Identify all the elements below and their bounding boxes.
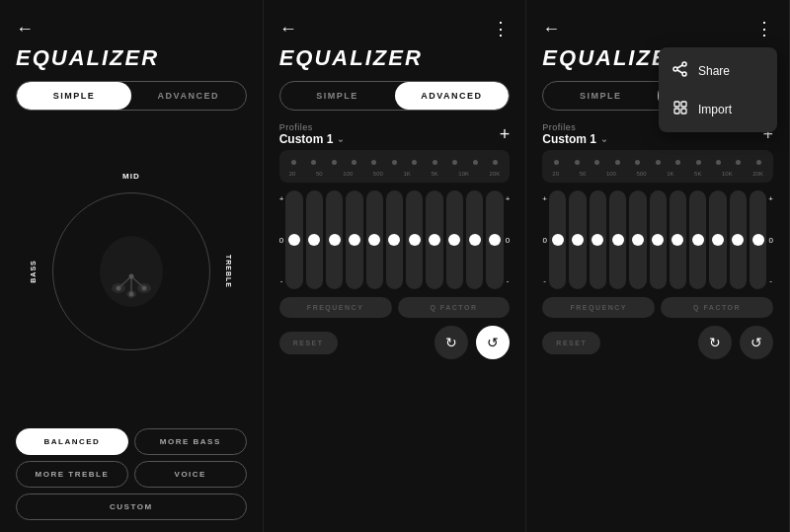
preset-balanced[interactable]: BALANCED — [16, 428, 128, 455]
svg-point-10 — [128, 274, 133, 279]
frequency-btn-dropdown[interactable]: FREQUENCY — [542, 297, 655, 318]
freq-d20: 20 — [552, 171, 559, 177]
svg-rect-17 — [681, 102, 686, 107]
more-icon-dropdown[interactable]: ⋮ — [755, 18, 773, 39]
panel-advanced-dropdown: ← ⋮ EQUALIZER SIMPLE ADVANCED Share — [526, 0, 790, 532]
eq-dot-7 — [412, 160, 417, 165]
preset-more-treble[interactable]: MORE TREBLE — [16, 461, 128, 488]
back-arrow-advanced[interactable]: ← — [279, 19, 297, 39]
preset-voice[interactable]: VOICE — [134, 461, 247, 488]
tab-advanced-advanced[interactable]: ADVANCED — [395, 82, 510, 110]
profile-name-dropdown[interactable]: Custom 1 ⌄ — [542, 132, 608, 146]
slider-d3[interactable] — [590, 190, 606, 289]
slider-d11[interactable] — [750, 190, 766, 289]
freq-20k: 20K — [490, 171, 501, 177]
slider-d1[interactable] — [549, 190, 566, 289]
undo-btn-dropdown[interactable]: ↻ — [698, 326, 732, 359]
freq-q-row-dropdown: FREQUENCY Q FACTOR — [542, 297, 773, 318]
slider-d5[interactable] — [629, 190, 646, 289]
slider-5[interactable] — [366, 190, 383, 289]
slider-3[interactable] — [326, 190, 343, 289]
q-factor-btn-dropdown[interactable]: Q FACTOR — [661, 297, 773, 318]
profiles-row-advanced: Profiles Custom 1 ⌄ + — [279, 122, 511, 146]
freq-d20k: 20K — [752, 171, 763, 177]
freq-d5k: 5K — [694, 171, 701, 177]
slider-d7[interactable] — [670, 190, 686, 289]
dropdown-share[interactable]: Share — [659, 51, 777, 90]
slider-9[interactable] — [446, 190, 463, 289]
profile-name-advanced[interactable]: Custom 1 ⌄ — [279, 132, 346, 146]
tab-simple-advanced[interactable]: SIMPLE — [280, 82, 395, 110]
redo-btn-dropdown[interactable]: ↺ — [740, 326, 773, 359]
slider-d4[interactable] — [609, 190, 626, 289]
slider-d8[interactable] — [689, 190, 706, 289]
panel-advanced: ← ⋮ EQUALIZER SIMPLE ADVANCED Profiles C… — [264, 0, 527, 532]
eq-circle[interactable]: MID BASS TREBLE — [52, 192, 210, 350]
eq-dot-d1 — [554, 160, 559, 165]
preset-more-bass[interactable]: MORE BASS — [134, 428, 247, 455]
svg-point-7 — [116, 286, 120, 291]
eq-dot-d4 — [615, 160, 620, 165]
freq-d500: 500 — [637, 171, 647, 177]
freq-5k: 5K — [431, 171, 437, 177]
share-icon — [672, 61, 688, 80]
freq-50: 50 — [316, 171, 323, 177]
back-arrow-simple[interactable]: ← — [16, 19, 34, 39]
top-bar-advanced: ← ⋮ — [279, 18, 511, 39]
more-icon-advanced[interactable]: ⋮ — [492, 18, 510, 39]
add-profile-advanced[interactable]: + — [500, 124, 511, 145]
slider-2[interactable] — [306, 190, 323, 289]
redo-btn-advanced[interactable]: ↺ — [476, 326, 510, 359]
slider-d10[interactable] — [730, 190, 747, 289]
freq-d100: 100 — [606, 171, 616, 177]
svg-point-12 — [682, 72, 686, 76]
eq-dot-4 — [352, 160, 356, 165]
eq-bars-area-advanced: 20 50 100 500 1K 5K 10K 20K — [279, 150, 511, 183]
eq-dots-row-dropdown — [550, 160, 765, 165]
slider-1[interactable] — [285, 190, 302, 289]
slider-d6[interactable] — [650, 190, 667, 289]
slider-4[interactable] — [346, 190, 362, 289]
back-arrow-dropdown[interactable]: ← — [542, 19, 560, 39]
frequency-btn-advanced[interactable]: FREQUENCY — [279, 297, 392, 318]
bottom-row-advanced: RESET ↻ ↺ — [279, 326, 511, 359]
eq-dot-5 — [371, 160, 376, 165]
eq-dot-d10 — [736, 160, 741, 165]
q-factor-btn-advanced[interactable]: Q FACTOR — [398, 297, 511, 318]
dropdown-import[interactable]: Import — [659, 90, 777, 128]
tab-simple-simple[interactable]: SIMPLE — [17, 82, 131, 110]
panel-simple: ← ⋮ EQUALIZER SIMPLE ADVANCED MID BASS T… — [0, 0, 264, 532]
side-label-left-dropdown: + 0 - — [542, 190, 547, 289]
eq-dot-d3 — [594, 160, 599, 165]
reset-btn-dropdown[interactable]: RESET — [542, 332, 600, 354]
eq-title-advanced: EQUALIZER — [279, 45, 511, 71]
freq-10k: 10K — [458, 171, 469, 177]
slider-11[interactable] — [486, 190, 503, 289]
undo-btn-advanced[interactable]: ↻ — [434, 326, 468, 359]
eq-dot-d8 — [696, 160, 701, 165]
sliders-container-dropdown — [549, 190, 766, 289]
chevron-icon-dropdown: ⌄ — [600, 134, 608, 144]
tab-simple-dropdown[interactable]: SIMPLE — [543, 82, 658, 110]
eq-dot-d5 — [635, 160, 640, 165]
freq-d50: 50 — [580, 171, 587, 177]
tab-advanced-simple[interactable]: ADVANCED — [131, 82, 246, 110]
profiles-label-dropdown: Profiles — [542, 122, 608, 132]
tab-row-simple: SIMPLE ADVANCED — [16, 81, 247, 111]
slider-10[interactable] — [466, 190, 483, 289]
slider-7[interactable] — [406, 190, 423, 289]
preset-custom[interactable]: CUSTOM — [16, 494, 247, 520]
chevron-icon-advanced: ⌄ — [337, 134, 345, 144]
slider-6[interactable] — [386, 190, 403, 289]
slider-d9[interactable] — [709, 190, 726, 289]
eq-dot-8 — [433, 160, 437, 165]
import-icon — [672, 100, 688, 118]
reset-btn-advanced[interactable]: RESET — [279, 332, 338, 354]
freq-500: 500 — [373, 171, 383, 177]
eq-dots-row-advanced — [287, 160, 503, 165]
preset-grid: BALANCED MORE BASS MORE TREBLE VOICE CUS… — [16, 428, 247, 520]
eq-bars-area-dropdown: 20 50 100 500 1K 5K 10K 20K — [542, 150, 773, 183]
slider-d2[interactable] — [569, 190, 586, 289]
slider-8[interactable] — [426, 190, 442, 289]
svg-point-11 — [682, 62, 686, 66]
